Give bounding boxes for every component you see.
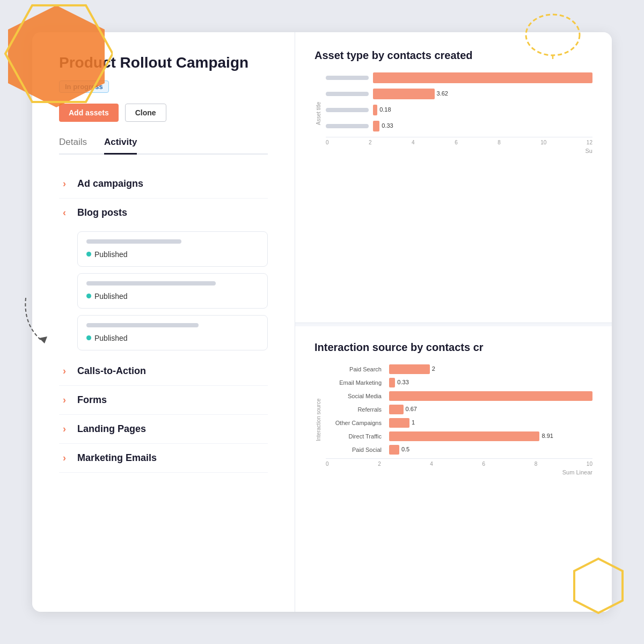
x-axis-interaction: 0 2 4 6 8 10 xyxy=(326,458,592,467)
xi-label-8: 8 xyxy=(535,461,538,467)
y-axis-label-interaction: Interaction source xyxy=(314,364,323,475)
xi-label-6: 6 xyxy=(482,461,486,467)
hbar-row-email: Email Marketing 0.33 xyxy=(326,378,592,387)
hbar-value-paid-search: 2 xyxy=(432,365,435,372)
blog-posts-container: Published Published Published xyxy=(59,227,268,350)
main-card: Product Rollout Campaign In progress Add… xyxy=(32,32,612,612)
xi-label-2: 2 xyxy=(378,461,381,467)
hbar-row-social: Social Media xyxy=(326,391,592,401)
tab-details[interactable]: Details xyxy=(59,137,87,155)
hbar-label-social: Social Media xyxy=(326,393,385,399)
chart-interaction-content: Paid Search 2 Email Marketing 0.33 xyxy=(326,364,592,475)
hbar-row-1 xyxy=(326,72,592,83)
published-status-2: Published xyxy=(86,292,259,301)
section-marketing-emails[interactable]: › Marketing Emails xyxy=(59,444,268,473)
blog-card-3[interactable]: Published xyxy=(77,315,268,350)
chevron-right-icon-landing: › xyxy=(59,423,70,435)
hbar-bar-1 xyxy=(373,72,592,83)
chart-interaction-source: Interaction source by contacts cr Intera… xyxy=(295,326,612,612)
right-panel: Asset type by contacts created Asset tit… xyxy=(295,32,612,612)
status-badge: In progress xyxy=(59,80,109,93)
hbar-value-4: 0.33 xyxy=(382,122,393,129)
hbar-chart-interaction: Paid Search 2 Email Marketing 0.33 xyxy=(326,364,592,455)
hbar-value-direct: 8.91 xyxy=(541,433,553,439)
y-axis-label-asset: Asset title xyxy=(314,72,323,154)
hbar-label-paid-social: Paid Social xyxy=(326,447,385,453)
hbar-bar-wrap-1 xyxy=(373,72,592,83)
hbar-value-2: 3.62 xyxy=(437,90,448,97)
hbar-label-direct: Direct Traffic xyxy=(326,433,385,440)
blog-card-line-1 xyxy=(86,239,181,244)
hbar-row-paid-social: Paid Social 0.5 xyxy=(326,445,592,455)
hbar-row-3: 0.18 xyxy=(326,105,592,115)
tabs: Details Activity xyxy=(59,137,268,155)
sum-label-asset: Su xyxy=(326,148,592,154)
x-label-12: 12 xyxy=(587,140,592,145)
blog-card-2[interactable]: Published xyxy=(77,273,268,309)
chart-asset-type-content: 3.62 0.18 xyxy=(326,72,592,154)
chart-asset-type: Asset type by contacts created Asset tit… xyxy=(295,32,612,323)
hbar-value-referrals: 0.67 xyxy=(406,406,417,412)
action-buttons: Add assets Clone xyxy=(59,104,268,122)
hbar-row-other: Other Campaigns 1 xyxy=(326,418,592,428)
add-assets-button[interactable]: Add assets xyxy=(59,104,119,122)
section-calls-to-action[interactable]: › Calls-to-Action xyxy=(59,357,268,386)
x-label-10: 10 xyxy=(540,140,546,145)
hbar-bar-referrals xyxy=(389,405,404,414)
hbar-label-1 xyxy=(326,76,369,80)
hbar-bar-wrap-2: 3.62 xyxy=(373,89,592,99)
section-forms[interactable]: › Forms xyxy=(59,386,268,415)
status-dot-green-1 xyxy=(86,252,91,257)
clone-button[interactable]: Clone xyxy=(125,104,166,122)
hbar-row-referrals: Referrals 0.67 xyxy=(326,405,592,414)
hbar-label-referrals: Referrals xyxy=(326,406,385,413)
hbar-bar-paid-search xyxy=(389,364,430,374)
hbar-bar-wrap-4: 0.33 xyxy=(373,121,592,131)
hbar-label-paid-search: Paid Search xyxy=(326,366,385,372)
chart-asset-type-wrapper: Asset title xyxy=(314,72,592,154)
x-label-2: 2 xyxy=(369,140,372,145)
hbar-bar-paid-social xyxy=(389,445,399,455)
chart-interaction-title: Interaction source by contacts cr xyxy=(314,341,592,354)
hbar-bar-wrap-direct: 8.91 xyxy=(389,431,592,441)
hbar-label-other: Other Campaigns xyxy=(326,420,385,426)
chevron-right-icon-forms: › xyxy=(59,394,70,406)
tab-activity[interactable]: Activity xyxy=(104,137,137,155)
section-ad-campaigns[interactable]: › Ad campaigns xyxy=(59,170,268,199)
chevron-right-icon: › xyxy=(59,178,70,189)
hbar-label-4 xyxy=(326,124,369,128)
hbar-bar-wrap-other: 1 xyxy=(389,418,592,428)
x-label-8: 8 xyxy=(497,140,501,145)
left-panel: Product Rollout Campaign In progress Add… xyxy=(32,32,295,612)
hbar-bar-social xyxy=(389,391,592,401)
xi-label-10: 10 xyxy=(587,461,592,467)
hbar-value-email: 0.33 xyxy=(397,379,408,385)
hbar-bar-wrap-paid-search: 2 xyxy=(389,364,592,374)
chevron-down-icon: ‹ xyxy=(59,207,70,218)
hbar-bar-wrap-email: 0.33 xyxy=(389,378,592,387)
section-blog-posts[interactable]: ‹ Blog posts xyxy=(59,199,268,227)
hbar-value-3: 0.18 xyxy=(379,106,391,113)
hbar-bar-wrap-referrals: 0.67 xyxy=(389,405,592,414)
xi-label-4: 4 xyxy=(430,461,433,467)
published-status-1: Published xyxy=(86,250,259,259)
x-axis-asset: 0 2 4 6 8 10 12 xyxy=(326,137,592,145)
hbar-bar-wrap-social xyxy=(389,391,592,401)
x-label-4: 4 xyxy=(412,140,415,145)
hbar-label-3 xyxy=(326,108,369,112)
hbar-bar-email xyxy=(389,378,395,387)
hbar-value-paid-social: 0.5 xyxy=(401,446,409,452)
sum-label-interaction: Sum Linear xyxy=(326,469,592,475)
hbar-bar-4 xyxy=(373,121,379,131)
chevron-right-icon-cta: › xyxy=(59,365,70,377)
blog-card-1[interactable]: Published xyxy=(77,231,268,267)
hbar-bar-2 xyxy=(373,89,435,99)
campaign-title: Product Rollout Campaign xyxy=(59,54,268,72)
hbar-bar-3 xyxy=(373,105,377,115)
section-landing-pages[interactable]: › Landing Pages xyxy=(59,415,268,444)
hbar-label-2 xyxy=(326,92,369,96)
hbar-bar-wrap-paid-social: 0.5 xyxy=(389,445,592,455)
chart-interaction-wrapper: Interaction source Paid Search 2 xyxy=(314,364,592,475)
hbar-bar-other xyxy=(389,418,409,428)
status-dot-green-3 xyxy=(86,335,91,340)
